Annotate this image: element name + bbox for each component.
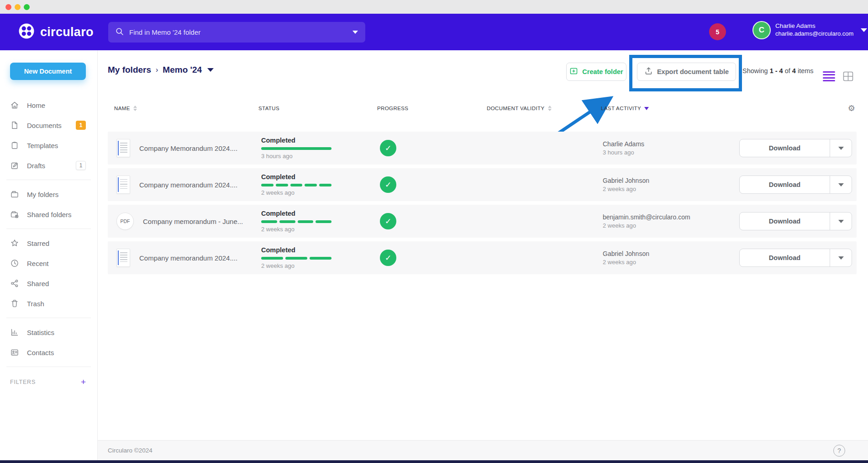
sidebar-divider xyxy=(6,318,91,318)
sidebar-item-starred[interactable]: Starred xyxy=(0,233,97,253)
user-menu-caret-icon[interactable] xyxy=(861,28,867,32)
sidebar-item-home[interactable]: Home xyxy=(0,95,97,115)
download-options-button[interactable] xyxy=(830,249,852,266)
export-upload-icon xyxy=(644,67,653,77)
table-row[interactable]: Company memorandum 2024.... Completed 2 … xyxy=(108,168,857,201)
sidebar-item-shared[interactable]: Shared xyxy=(0,273,97,293)
status-progress-bar xyxy=(261,147,331,150)
search-options-caret-icon[interactable] xyxy=(352,31,358,34)
column-header-last-activity[interactable]: LAST ACTIVITY xyxy=(592,106,738,111)
help-button[interactable]: ? xyxy=(833,445,845,457)
close-window-button[interactable] xyxy=(5,4,11,10)
home-icon xyxy=(10,101,19,110)
traffic-lights xyxy=(5,4,30,10)
last-activity-user: benjamin.smith@circularo.com xyxy=(603,213,738,222)
status-time: 2 weeks ago xyxy=(261,262,377,269)
sort-icon[interactable] xyxy=(133,106,137,111)
download-button[interactable]: Download xyxy=(740,249,830,266)
folder-icon xyxy=(10,190,19,199)
sidebar-item-label: Starred xyxy=(27,239,49,247)
minimize-window-button[interactable] xyxy=(15,4,21,10)
user-menu[interactable]: C Charlie Adams charlie.adams@circularo.… xyxy=(752,21,867,39)
document-name[interactable]: Company memorandum 2024.... xyxy=(139,254,237,262)
breadcrumb-my-folders[interactable]: My folders xyxy=(108,65,151,75)
download-options-button[interactable] xyxy=(830,213,852,230)
sidebar-item-drafts[interactable]: Drafts 1 xyxy=(0,155,97,176)
document-thumbnail-icon xyxy=(116,249,130,267)
download-options-button[interactable] xyxy=(830,139,852,157)
table-row[interactable]: Company Memorandum 2024.... Completed 3 … xyxy=(108,132,857,165)
download-options-button[interactable] xyxy=(830,176,852,193)
add-filter-button[interactable]: + xyxy=(81,378,86,386)
progress-completed-check-icon: ✓ xyxy=(380,176,396,193)
status-label: Completed xyxy=(261,246,377,254)
breadcrumb-separator: › xyxy=(156,66,158,74)
column-header-name[interactable]: NAME xyxy=(108,106,258,111)
list-view-toggle[interactable] xyxy=(823,71,835,81)
table-row[interactable]: PDF Company memorandum - June... Complet… xyxy=(108,205,857,238)
document-name[interactable]: Company Memorandum 2024.... xyxy=(139,144,237,152)
create-folder-button[interactable]: Create folder xyxy=(566,63,626,81)
table-row[interactable]: Company memorandum 2024.... Completed 2 … xyxy=(108,241,857,274)
document-name[interactable]: Company memorandum 2024.... xyxy=(139,181,237,189)
sidebar-item-label: Shared folders xyxy=(27,211,72,218)
progress-completed-check-icon: ✓ xyxy=(380,140,396,156)
search-bar[interactable] xyxy=(108,22,365,43)
notification-badge[interactable]: 5 xyxy=(709,23,726,40)
download-button[interactable]: Download xyxy=(740,213,830,230)
star-icon xyxy=(10,239,19,248)
folder-menu-caret-icon[interactable] xyxy=(207,68,214,72)
user-name: Charlie Adams xyxy=(775,22,853,30)
export-document-table-button[interactable]: Export document table xyxy=(637,63,736,81)
download-button[interactable]: Download xyxy=(740,139,830,157)
brand-logo[interactable]: circularo xyxy=(18,23,94,41)
drafts-edit-icon xyxy=(10,161,19,170)
sidebar-item-label: Templates xyxy=(27,142,58,149)
filters-label: FILTERS xyxy=(10,379,36,385)
zoom-window-button[interactable] xyxy=(24,4,30,10)
download-button[interactable]: Download xyxy=(740,176,830,193)
column-header-progress[interactable]: PROGRESS xyxy=(377,106,478,111)
document-thumbnail-icon xyxy=(116,139,130,157)
new-document-button[interactable]: New Document xyxy=(10,63,86,80)
sidebar-item-statistics[interactable]: Statistics xyxy=(0,322,97,342)
sidebar-item-trash[interactable]: Trash xyxy=(0,293,97,314)
column-header-document-validity[interactable]: DOCUMENT VALIDITY xyxy=(478,106,592,111)
status-label: Completed xyxy=(261,173,377,181)
download-split-button[interactable]: Download xyxy=(739,249,852,267)
window-titlebar xyxy=(0,0,868,14)
sidebar-item-recent[interactable]: Recent xyxy=(0,253,97,273)
last-activity-user: Charlie Adams xyxy=(603,140,738,149)
window-bottom-edge xyxy=(0,460,868,463)
sort-icon[interactable] xyxy=(548,106,552,111)
sidebar-item-shared-folders[interactable]: Shared folders xyxy=(0,204,97,224)
status-time: 2 weeks ago xyxy=(261,226,377,233)
sidebar-divider xyxy=(6,180,91,180)
status-progress-bar xyxy=(261,220,331,223)
status-progress-bar xyxy=(261,257,331,260)
table-settings-gear-icon[interactable]: ⚙ xyxy=(848,104,857,112)
sidebar-divider xyxy=(6,229,91,229)
column-header-status[interactable]: STATUS xyxy=(258,106,377,111)
sidebar-item-templates[interactable]: Templates xyxy=(0,135,97,155)
sidebar-item-documents[interactable]: Documents 1 xyxy=(0,115,97,135)
chevron-down-icon xyxy=(838,147,844,150)
document-name[interactable]: Company memorandum - June... xyxy=(143,218,243,225)
last-activity-user: Gabriel Johnson xyxy=(603,176,738,185)
document-table-body: Company Memorandum 2024.... Completed 3 … xyxy=(108,132,857,274)
search-input[interactable] xyxy=(129,28,348,36)
download-split-button[interactable]: Download xyxy=(739,139,852,157)
grid-view-toggle[interactable] xyxy=(843,71,853,81)
sidebar-item-my-folders[interactable]: My folders xyxy=(0,184,97,204)
status-label: Completed xyxy=(261,137,377,144)
showing-items-counter: Showing 1 - 4 of 4 items xyxy=(742,67,814,75)
chevron-down-icon xyxy=(838,256,844,260)
sidebar-item-contacts[interactable]: Contacts xyxy=(0,342,97,362)
progress-completed-check-icon: ✓ xyxy=(380,250,396,266)
sidebar-item-label: Documents xyxy=(27,122,62,129)
download-split-button[interactable]: Download xyxy=(739,212,852,230)
trash-icon xyxy=(10,299,19,308)
download-split-button[interactable]: Download xyxy=(739,176,852,194)
breadcrumb-current-folder[interactable]: Memo '24 xyxy=(163,65,202,75)
sidebar-item-label: Home xyxy=(27,101,45,109)
